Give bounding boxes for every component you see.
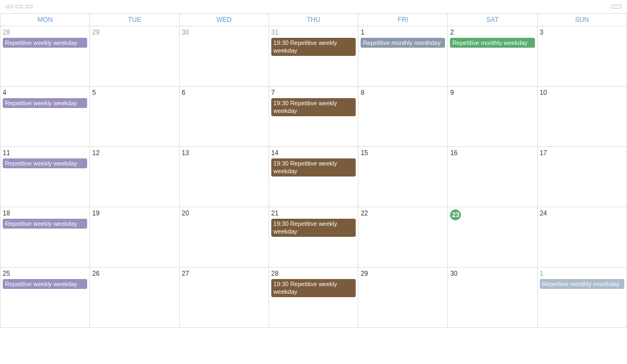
- day-number: 24: [540, 209, 624, 217]
- calendar-cell: 25Repetitive weekly weekday: [1, 268, 90, 328]
- day-number: 21: [271, 209, 356, 217]
- calendar-event[interactable]: Repetitive weekly weekday: [3, 38, 87, 48]
- calendar-cell: 5: [90, 87, 179, 147]
- day-number: 23: [450, 209, 461, 220]
- view-past-button[interactable]: [612, 4, 622, 9]
- calendar-cell: 28Repetitive weekly weekday: [1, 26, 90, 87]
- day-number: 9: [450, 89, 534, 96]
- header-left: [5, 5, 39, 8]
- day-number: 10: [540, 89, 624, 96]
- day-number: 16: [450, 149, 534, 157]
- calendar-cell: 16: [448, 147, 537, 207]
- day-number: 18: [3, 209, 87, 217]
- day-number: 2: [450, 29, 534, 36]
- day-number: 29: [361, 270, 445, 277]
- calendar-event[interactable]: Repetitive monthly monthday: [540, 279, 624, 289]
- calendar-cell: 30: [179, 26, 269, 87]
- calendar-event[interactable]: 19:30 Repetitive weekly weekday: [271, 279, 356, 297]
- calendar-cell: 29: [358, 268, 448, 328]
- day-number: 1: [540, 270, 624, 277]
- calendar-cell: 4Repetitive weekly weekday: [1, 87, 90, 147]
- col-header-thu: THU: [269, 14, 358, 26]
- calendar-cell: 19: [90, 207, 179, 268]
- calendar-cell: 1Repetitive monthly monthday: [537, 268, 626, 328]
- day-number: 26: [92, 270, 176, 277]
- day-number: 4: [3, 89, 87, 96]
- calendar-event[interactable]: Repetitive weekly weekday: [3, 98, 87, 108]
- day-number: 8: [361, 89, 445, 96]
- calendar-cell: 3: [537, 26, 626, 87]
- day-number: 3: [540, 29, 624, 36]
- calendar-cell: 2819:30 Repetitive weekly weekday: [269, 268, 358, 328]
- day-number: 5: [92, 89, 176, 96]
- calendar-cell: 17: [537, 147, 626, 207]
- day-number: 30: [450, 270, 534, 277]
- calendar-event[interactable]: 19:30 Repetitive weekly weekday: [271, 98, 356, 116]
- day-number: 27: [182, 270, 266, 277]
- day-number: 14: [271, 149, 356, 157]
- calendar-cell: 15: [358, 147, 448, 207]
- calendar-cell: 26: [90, 268, 179, 328]
- day-number: 6: [182, 89, 266, 96]
- calendar-cell: 27: [179, 268, 269, 328]
- calendar-cell: 1419:30 Repetitive weekly weekday: [269, 147, 358, 207]
- calendar-table: MONTUEWEDTHUFRISATSUN 28Repetitive weekl…: [0, 13, 627, 328]
- day-number: 12: [92, 149, 176, 157]
- calendar-cell: 20: [179, 207, 269, 268]
- col-header-fri: FRI: [358, 14, 448, 26]
- calendar-event[interactable]: Repetitive monthly monthday: [361, 38, 445, 48]
- calendar-cell: 18Repetitive weekly weekday: [1, 207, 90, 268]
- calendar-cell: 23: [448, 207, 537, 268]
- calendar-cell: 29: [90, 26, 179, 87]
- day-number: 11: [3, 149, 87, 157]
- day-number: 13: [182, 149, 266, 157]
- calendar-event[interactable]: Repetitive weekly weekday: [3, 219, 87, 229]
- day-number: 28: [3, 29, 87, 36]
- day-number: 19: [92, 209, 176, 217]
- calendar-event[interactable]: 19:30 Repetitive weekly weekday: [271, 38, 356, 56]
- day-number: 31: [271, 29, 356, 36]
- calendar-cell: 2119:30 Repetitive weekly weekday: [269, 207, 358, 268]
- col-header-mon: MON: [1, 14, 90, 26]
- prev-button[interactable]: [15, 5, 23, 8]
- calendar-cell: 8: [358, 87, 448, 147]
- calendar-cell: 10: [537, 87, 626, 147]
- day-number: 22: [361, 209, 445, 217]
- day-number: 7: [271, 89, 356, 96]
- calendar-cell: 719:30 Repetitive weekly weekday: [269, 87, 358, 147]
- calendar-event[interactable]: Repetitive weekly weekday: [3, 158, 87, 168]
- calendar-event[interactable]: Repetitive weekly weekday: [3, 279, 87, 289]
- calendar-event[interactable]: 19:30 Repetitive weekly weekday: [271, 158, 356, 177]
- calendar-cell: 3119:30 Repetitive weekly weekday: [269, 26, 358, 87]
- calendar-cell: 24: [537, 207, 626, 268]
- day-number: 1: [361, 29, 445, 36]
- col-header-wed: WED: [179, 14, 269, 26]
- calendar-cell: 12: [90, 147, 179, 207]
- day-number: 20: [182, 209, 266, 217]
- next-button[interactable]: [25, 5, 33, 8]
- calendar-event[interactable]: Repetitive monthly weekday: [450, 38, 534, 48]
- calendar-cell: 1Repetitive monthly monthday: [358, 26, 448, 87]
- calendar-cell: 9: [448, 87, 537, 147]
- day-number: 29: [92, 29, 176, 36]
- col-header-sat: SAT: [448, 14, 537, 26]
- calendar-cell: 6: [179, 87, 269, 147]
- calendar-cell: 30: [448, 268, 537, 328]
- col-header-tue: TUE: [90, 14, 179, 26]
- calendar-cell: 22: [358, 207, 448, 268]
- add-button[interactable]: [5, 5, 13, 8]
- calendar-cell: 13: [179, 147, 269, 207]
- calendar-header: [0, 0, 627, 13]
- calendar-cell: 2Repetitive monthly weekday: [448, 26, 537, 87]
- calendar-event[interactable]: 19:30 Repetitive weekly weekday: [271, 219, 356, 237]
- day-number: 17: [540, 149, 624, 157]
- day-number: 28: [271, 270, 356, 277]
- day-number: 25: [3, 270, 87, 277]
- day-number: 15: [361, 149, 445, 157]
- day-number: 30: [182, 29, 266, 36]
- calendar-cell: 11Repetitive weekly weekday: [1, 147, 90, 207]
- col-header-sun: SUN: [537, 14, 626, 26]
